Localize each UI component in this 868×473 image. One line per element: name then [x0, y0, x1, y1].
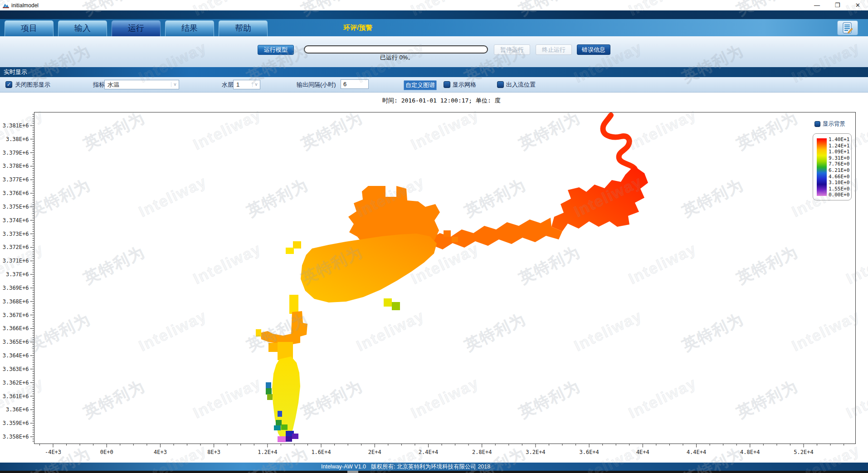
- svg-text:3.374E+6: 3.374E+6: [3, 217, 29, 224]
- titlebar: initialmodel — ❐ ✕: [0, 0, 868, 10]
- svg-text:4.4E+4: 4.4E+4: [687, 449, 706, 455]
- svg-text:3.378E+6: 3.378E+6: [3, 163, 29, 169]
- legend-value: 1.09E+1: [829, 149, 849, 155]
- svg-text:3.363E+6: 3.363E+6: [3, 366, 29, 372]
- svg-text:3.375E+6: 3.375E+6: [3, 204, 29, 210]
- legend-value: 6.21E+0: [829, 167, 849, 174]
- svg-text:3.366E+6: 3.366E+6: [3, 325, 29, 332]
- svg-text:4E+4: 4E+4: [636, 449, 649, 455]
- close-button[interactable]: ✕: [848, 0, 868, 10]
- app-icon: [3, 2, 9, 8]
- legend-value: 3.10E+0: [829, 180, 849, 186]
- svg-text:3.372E+6: 3.372E+6: [3, 244, 29, 250]
- svg-text:1.6E+4: 1.6E+4: [311, 449, 331, 455]
- temperature-field: [256, 115, 648, 442]
- svg-text:3.365E+6: 3.365E+6: [3, 339, 29, 345]
- show-background-checkbox[interactable]: [814, 121, 820, 127]
- version-label: Intelway-AW V1.0: [321, 463, 366, 471]
- svg-text:3.2E+4: 3.2E+4: [526, 449, 545, 455]
- svg-text:3.381E+6: 3.381E+6: [3, 122, 29, 129]
- svg-text:3.362E+6: 3.362E+6: [3, 380, 29, 386]
- svg-text:1.2E+4: 1.2E+4: [258, 449, 277, 455]
- legend-value: 4.66E+0: [829, 174, 849, 180]
- svg-text:3.369E+6: 3.369E+6: [3, 285, 29, 291]
- svg-text:3.377E+6: 3.377E+6: [3, 176, 29, 183]
- svg-text:3.373E+6: 3.373E+6: [3, 231, 29, 237]
- svg-text:2.4E+4: 2.4E+4: [419, 449, 438, 455]
- legend-value: 7.76E+0: [829, 161, 849, 167]
- svg-text:3.36E+6: 3.36E+6: [6, 406, 29, 413]
- svg-text:3.371E+6: 3.371E+6: [3, 258, 29, 264]
- svg-text:4E+3: 4E+3: [154, 449, 167, 455]
- svg-text:3.38E+6: 3.38E+6: [6, 136, 29, 142]
- legend-value: 1.24E+1: [829, 143, 849, 149]
- legend-value: 9.31E+0: [829, 155, 849, 161]
- show-background-label: 显示背景: [823, 120, 845, 128]
- bottom-notch: [347, 471, 358, 473]
- svg-text:3.367E+6: 3.367E+6: [3, 312, 29, 318]
- copyright-label: 版权所有: 北京英特利为环境科技有限公司 2018: [371, 463, 490, 471]
- svg-text:3.359E+6: 3.359E+6: [3, 420, 29, 426]
- svg-text:4.8E+4: 4.8E+4: [740, 449, 760, 455]
- svg-text:3.368E+6: 3.368E+6: [3, 298, 29, 305]
- legend-colorbar: [817, 138, 827, 196]
- svg-text:2.8E+4: 2.8E+4: [472, 449, 492, 455]
- minimize-button[interactable]: —: [807, 0, 827, 10]
- restore-button[interactable]: ❐: [827, 0, 848, 10]
- legend-value: 1.40E+1: [829, 137, 849, 143]
- window-title: initialmodel: [11, 2, 39, 9]
- chart-canvas: 3.381E+63.38E+63.379E+63.378E+63.377E+63…: [0, 0, 868, 473]
- plot-frame: [34, 112, 856, 444]
- svg-text:3.37E+6: 3.37E+6: [6, 271, 29, 278]
- svg-text:8E+3: 8E+3: [207, 449, 220, 455]
- svg-text:3.364E+6: 3.364E+6: [3, 352, 29, 359]
- legend-box: 1.40E+11.24E+11.09E+19.31E+07.76E+06.21E…: [813, 133, 852, 200]
- svg-text:3.376E+6: 3.376E+6: [3, 190, 29, 196]
- svg-text:3.379E+6: 3.379E+6: [3, 150, 29, 156]
- axis-ticks: 3.381E+63.38E+63.379E+63.378E+63.377E+63…: [3, 114, 844, 455]
- legend-values: 1.40E+11.24E+11.09E+19.31E+07.76E+06.21E…: [829, 137, 849, 198]
- svg-text:3.358E+6: 3.358E+6: [3, 434, 29, 440]
- svg-text:0E+0: 0E+0: [100, 449, 113, 455]
- svg-text:5.2E+4: 5.2E+4: [794, 449, 813, 455]
- svg-text:3.361E+6: 3.361E+6: [3, 393, 29, 400]
- statusbar: Intelway-AW V1.0 版权所有: 北京英特利为环境科技有限公司 20…: [0, 463, 868, 471]
- legend-value: 1.55E+0: [829, 186, 849, 192]
- legend-value: 0.00E+0: [829, 192, 849, 198]
- window-bottom-edge: [0, 471, 868, 473]
- svg-text:-4E+3: -4E+3: [45, 449, 61, 455]
- svg-text:3.6E+4: 3.6E+4: [579, 449, 599, 455]
- svg-text:2E+4: 2E+4: [368, 449, 381, 455]
